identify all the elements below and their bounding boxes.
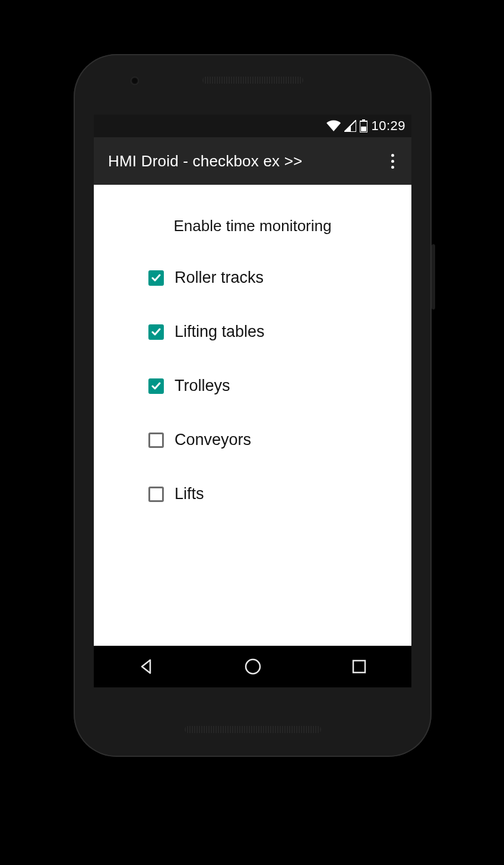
checkbox-label: Conveyors <box>175 431 251 449</box>
checkbox-label: Lifts <box>175 485 204 503</box>
home-button[interactable] <box>244 658 262 675</box>
earpiece <box>202 77 303 84</box>
checkbox-row[interactable]: Conveyors <box>148 431 390 449</box>
front-camera <box>131 77 139 85</box>
checkbox-label: Trolleys <box>175 377 230 395</box>
power-button <box>432 244 435 310</box>
back-button[interactable] <box>138 658 155 675</box>
check-icon <box>151 273 161 283</box>
bottom-speaker <box>185 726 321 733</box>
content-area: Enable time monitoring Roller tracks Lif… <box>94 185 411 503</box>
check-icon <box>151 327 161 337</box>
battery-icon <box>360 119 367 132</box>
checkbox[interactable] <box>148 324 164 340</box>
dot-icon <box>391 160 394 163</box>
wifi-icon <box>327 120 341 132</box>
overflow-menu-button[interactable] <box>385 149 400 173</box>
action-bar: HMI Droid - checkbox ex >> <box>94 137 411 185</box>
phone-frame: 10:29 HMI Droid - checkbox ex >> Enable … <box>74 54 432 757</box>
status-clock: 10:29 <box>371 118 405 134</box>
checkbox-row[interactable]: Lifting tables <box>148 323 390 341</box>
section-heading: Enable time monitoring <box>115 217 390 235</box>
dot-icon <box>391 154 394 157</box>
checkbox-label: Lifting tables <box>175 323 265 341</box>
dot-icon <box>391 166 394 169</box>
checkbox[interactable] <box>148 378 164 394</box>
screen: 10:29 HMI Droid - checkbox ex >> Enable … <box>94 115 411 687</box>
status-bar: 10:29 <box>94 115 411 137</box>
checkbox-row[interactable]: Lifts <box>148 485 390 503</box>
app-title: HMI Droid - checkbox ex >> <box>108 152 302 171</box>
svg-rect-1 <box>362 119 365 121</box>
signal-icon <box>344 120 356 132</box>
check-icon <box>151 381 161 391</box>
recents-button[interactable] <box>351 659 367 674</box>
checkbox-row[interactable]: Trolleys <box>148 377 390 395</box>
checkbox[interactable] <box>148 487 164 502</box>
svg-rect-4 <box>353 661 365 673</box>
svg-point-3 <box>246 659 260 674</box>
checkbox[interactable] <box>148 432 164 448</box>
navigation-bar <box>94 646 411 687</box>
svg-rect-2 <box>361 127 366 131</box>
checkbox[interactable] <box>148 270 164 286</box>
checkbox-row[interactable]: Roller tracks <box>148 269 390 287</box>
checkbox-label: Roller tracks <box>175 269 264 287</box>
